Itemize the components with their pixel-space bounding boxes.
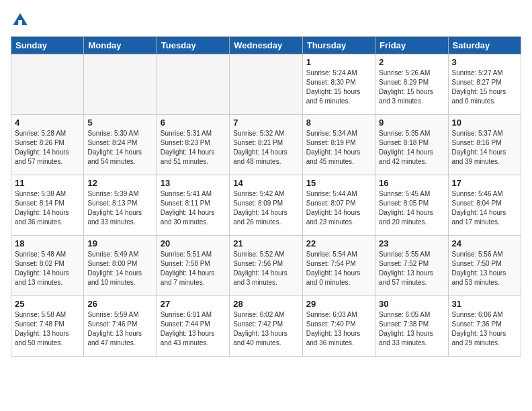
day-info: Sunrise: 5:35 AM Sunset: 8:18 PM Dayligh… (379, 129, 444, 167)
day-number: 24 (452, 238, 517, 248)
day-info: Sunrise: 5:34 AM Sunset: 8:19 PM Dayligh… (306, 129, 371, 167)
day-number: 20 (161, 238, 226, 248)
weekday-header-saturday: Saturday (448, 37, 521, 54)
calendar-cell: 22Sunrise: 5:54 AM Sunset: 7:54 PM Dayli… (302, 236, 375, 296)
day-info: Sunrise: 5:28 AM Sunset: 8:26 PM Dayligh… (15, 129, 80, 167)
day-number: 11 (15, 178, 80, 188)
day-info: Sunrise: 5:55 AM Sunset: 7:52 PM Dayligh… (379, 250, 444, 287)
day-info: Sunrise: 5:52 AM Sunset: 7:56 PM Dayligh… (233, 250, 298, 287)
day-info: Sunrise: 5:41 AM Sunset: 8:11 PM Dayligh… (161, 189, 226, 227)
calendar-cell (84, 54, 157, 115)
day-info: Sunrise: 5:51 AM Sunset: 7:58 PM Dayligh… (161, 250, 226, 287)
day-info: Sunrise: 5:38 AM Sunset: 8:14 PM Dayligh… (15, 189, 80, 227)
calendar-cell: 3Sunrise: 5:27 AM Sunset: 8:27 PM Daylig… (448, 54, 521, 115)
day-number: 26 (87, 299, 152, 309)
day-number: 7 (233, 118, 298, 128)
day-info: Sunrise: 6:05 AM Sunset: 7:38 PM Dayligh… (379, 310, 444, 348)
day-info: Sunrise: 5:42 AM Sunset: 8:09 PM Dayligh… (233, 189, 298, 227)
week-row-4: 18Sunrise: 5:48 AM Sunset: 8:02 PM Dayli… (11, 236, 521, 296)
calendar-cell: 1Sunrise: 5:24 AM Sunset: 8:30 PM Daylig… (302, 54, 375, 115)
calendar-cell: 5Sunrise: 5:30 AM Sunset: 8:24 PM Daylig… (84, 115, 157, 175)
day-info: Sunrise: 5:26 AM Sunset: 8:29 PM Dayligh… (379, 68, 444, 106)
day-number: 18 (15, 238, 80, 248)
day-number: 8 (306, 118, 371, 128)
day-number: 25 (15, 299, 80, 309)
day-info: Sunrise: 5:31 AM Sunset: 8:23 PM Dayligh… (161, 129, 226, 167)
day-info: Sunrise: 6:06 AM Sunset: 7:36 PM Dayligh… (452, 310, 517, 348)
calendar-cell: 6Sunrise: 5:31 AM Sunset: 8:23 PM Daylig… (157, 115, 229, 175)
week-row-1: 1Sunrise: 5:24 AM Sunset: 8:30 PM Daylig… (11, 54, 521, 115)
day-info: Sunrise: 5:59 AM Sunset: 7:46 PM Dayligh… (87, 310, 152, 348)
calendar-cell (157, 54, 229, 115)
day-info: Sunrise: 5:48 AM Sunset: 8:02 PM Dayligh… (15, 250, 80, 287)
day-info: Sunrise: 6:03 AM Sunset: 7:40 PM Dayligh… (306, 310, 371, 348)
calendar-cell: 23Sunrise: 5:55 AM Sunset: 7:52 PM Dayli… (375, 236, 448, 296)
calendar-cell: 11Sunrise: 5:38 AM Sunset: 8:14 PM Dayli… (11, 175, 84, 236)
day-number: 1 (306, 57, 371, 67)
day-number: 5 (87, 118, 152, 128)
calendar-cell: 20Sunrise: 5:51 AM Sunset: 7:58 PM Dayli… (157, 236, 229, 296)
weekday-header-monday: Monday (84, 37, 157, 54)
weekday-header-wednesday: Wednesday (230, 37, 302, 54)
calendar-cell: 7Sunrise: 5:32 AM Sunset: 8:21 PM Daylig… (230, 115, 302, 175)
calendar-cell: 27Sunrise: 6:01 AM Sunset: 7:44 PM Dayli… (157, 296, 229, 357)
week-row-3: 11Sunrise: 5:38 AM Sunset: 8:14 PM Dayli… (11, 175, 521, 236)
day-number: 19 (87, 238, 152, 248)
day-number: 30 (379, 299, 444, 309)
day-info: Sunrise: 6:01 AM Sunset: 7:44 PM Dayligh… (161, 310, 226, 348)
calendar-cell: 18Sunrise: 5:48 AM Sunset: 8:02 PM Dayli… (11, 236, 84, 296)
calendar-cell (11, 54, 84, 115)
day-number: 28 (233, 299, 298, 309)
calendar-cell: 12Sunrise: 5:39 AM Sunset: 8:13 PM Dayli… (84, 175, 157, 236)
calendar-cell: 2Sunrise: 5:26 AM Sunset: 8:29 PM Daylig… (375, 54, 448, 115)
day-number: 22 (306, 238, 371, 248)
day-number: 31 (452, 299, 517, 309)
day-info: Sunrise: 5:58 AM Sunset: 7:48 PM Dayligh… (15, 310, 80, 348)
day-number: 6 (161, 118, 226, 128)
day-number: 4 (15, 118, 80, 128)
calendar-cell: 21Sunrise: 5:52 AM Sunset: 7:56 PM Dayli… (230, 236, 302, 296)
weekday-header-tuesday: Tuesday (157, 37, 229, 54)
calendar-cell: 26Sunrise: 5:59 AM Sunset: 7:46 PM Dayli… (84, 296, 157, 357)
logo (11, 11, 32, 30)
day-number: 16 (379, 178, 444, 188)
day-info: Sunrise: 5:24 AM Sunset: 8:30 PM Dayligh… (306, 68, 371, 106)
day-number: 15 (306, 178, 371, 188)
day-info: Sunrise: 5:30 AM Sunset: 8:24 PM Dayligh… (87, 129, 152, 167)
day-number: 12 (87, 178, 152, 188)
calendar-cell: 19Sunrise: 5:49 AM Sunset: 8:00 PM Dayli… (84, 236, 157, 296)
day-info: Sunrise: 5:27 AM Sunset: 8:27 PM Dayligh… (452, 68, 517, 106)
calendar-cell: 25Sunrise: 5:58 AM Sunset: 7:48 PM Dayli… (11, 296, 84, 357)
calendar-cell: 30Sunrise: 6:05 AM Sunset: 7:38 PM Dayli… (375, 296, 448, 357)
day-info: Sunrise: 5:54 AM Sunset: 7:54 PM Dayligh… (306, 250, 371, 287)
week-row-2: 4Sunrise: 5:28 AM Sunset: 8:26 PM Daylig… (11, 115, 521, 175)
day-info: Sunrise: 6:02 AM Sunset: 7:42 PM Dayligh… (233, 310, 298, 348)
day-info: Sunrise: 5:56 AM Sunset: 7:50 PM Dayligh… (452, 250, 517, 287)
day-number: 23 (379, 238, 444, 248)
calendar-cell: 4Sunrise: 5:28 AM Sunset: 8:26 PM Daylig… (11, 115, 84, 175)
day-info: Sunrise: 5:37 AM Sunset: 8:16 PM Dayligh… (452, 129, 517, 167)
day-info: Sunrise: 5:44 AM Sunset: 8:07 PM Dayligh… (306, 189, 371, 227)
day-info: Sunrise: 5:45 AM Sunset: 8:05 PM Dayligh… (379, 189, 444, 227)
day-info: Sunrise: 5:46 AM Sunset: 8:04 PM Dayligh… (452, 189, 517, 227)
day-number: 10 (452, 118, 517, 128)
calendar-cell: 14Sunrise: 5:42 AM Sunset: 8:09 PM Dayli… (230, 175, 302, 236)
logo-icon (11, 11, 30, 30)
calendar-cell: 16Sunrise: 5:45 AM Sunset: 8:05 PM Dayli… (375, 175, 448, 236)
day-number: 21 (233, 238, 298, 248)
day-info: Sunrise: 5:49 AM Sunset: 8:00 PM Dayligh… (87, 250, 152, 287)
calendar-table: SundayMondayTuesdayWednesdayThursdayFrid… (11, 36, 521, 357)
calendar-cell: 24Sunrise: 5:56 AM Sunset: 7:50 PM Dayli… (448, 236, 521, 296)
day-info: Sunrise: 5:39 AM Sunset: 8:13 PM Dayligh… (87, 189, 152, 227)
day-number: 9 (379, 118, 444, 128)
calendar-cell: 31Sunrise: 6:06 AM Sunset: 7:36 PM Dayli… (448, 296, 521, 357)
day-number: 3 (452, 57, 517, 67)
day-number: 13 (161, 178, 226, 188)
calendar-cell (230, 54, 302, 115)
day-number: 2 (379, 57, 444, 67)
calendar-cell: 9Sunrise: 5:35 AM Sunset: 8:18 PM Daylig… (375, 115, 448, 175)
day-number: 29 (306, 299, 371, 309)
calendar-cell: 13Sunrise: 5:41 AM Sunset: 8:11 PM Dayli… (157, 175, 229, 236)
week-row-5: 25Sunrise: 5:58 AM Sunset: 7:48 PM Dayli… (11, 296, 521, 357)
weekday-header-sunday: Sunday (11, 37, 84, 54)
